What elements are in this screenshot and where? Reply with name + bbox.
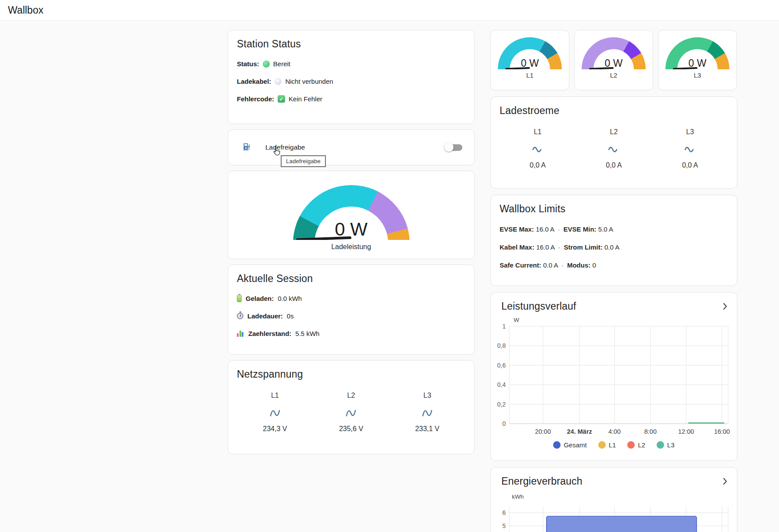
legend-item-l3[interactable]: L3 xyxy=(657,441,675,449)
sine-wave-icon xyxy=(237,407,313,419)
phase-label: L3 xyxy=(389,392,465,400)
cable-value: Nicht verbunden xyxy=(285,78,333,85)
gauge-card-l3: 0 W L3 xyxy=(658,30,737,90)
limit-label: Strom Limit: xyxy=(564,243,602,251)
error-value: Kein Fehler xyxy=(289,95,322,103)
ladefreigabe-card: Ladefreigabe xyxy=(228,129,475,165)
ladeleistung-gauge: 0 W xyxy=(293,185,410,240)
svg-text:4:00: 4:00 xyxy=(608,428,621,435)
gauge-label: L2 xyxy=(610,71,618,79)
ladeleistung-gauge-card: 0 W Ladeleistung xyxy=(228,171,475,259)
status-label: Status: xyxy=(237,60,259,68)
phase-label: L2 xyxy=(576,128,652,136)
limit-value: 0.0 A xyxy=(604,243,619,251)
limit-line: EVSE Max: 16.0 A · EVSE Min: 5.0 A xyxy=(500,225,728,233)
card-title: Energieverbrauch xyxy=(497,475,582,487)
chart-legend: Gesamt L1 L2 L3 xyxy=(497,441,731,449)
phase-value: 235,6 V xyxy=(313,425,390,433)
svg-text:12:00: 12:00 xyxy=(678,428,694,435)
session-value: 0.0 kWh xyxy=(278,295,302,302)
legend-label: L3 xyxy=(667,441,675,449)
session-label: Geladen: xyxy=(246,295,274,302)
card-title: Wallbox Limits xyxy=(500,203,728,215)
phase-label: L1 xyxy=(500,128,576,136)
session-value: 5.5 kWh xyxy=(295,330,319,337)
legend-item-l2[interactable]: L2 xyxy=(627,441,645,449)
card-title: Station Status xyxy=(237,38,465,50)
cursor-hand-icon xyxy=(271,145,282,159)
svg-text:0,6: 0,6 xyxy=(497,362,506,369)
session-value: 0s xyxy=(287,312,294,320)
phase-value: 0,0 A xyxy=(576,161,652,169)
svg-text:0: 0 xyxy=(502,420,506,427)
gauge-label: L1 xyxy=(526,71,534,79)
current-ac-icon xyxy=(500,144,576,155)
card-title: Leistungsverlauf xyxy=(497,300,576,312)
limit-value: 16.0 A xyxy=(536,243,554,251)
page-title: Wallbox xyxy=(8,4,43,16)
svg-text:5: 5 xyxy=(502,522,506,529)
session-card: Aktuelle Session Geladen: 0.0 kWh Ladeda… xyxy=(228,264,475,355)
status-row: Status: Bereit xyxy=(237,60,465,68)
ladefreigabe-toggle[interactable] xyxy=(444,142,465,153)
limit-line: Safe Current: 0.0 A · Modus: 0 xyxy=(500,261,728,269)
legend-label: L2 xyxy=(638,441,645,449)
card-title: Aktuelle Session xyxy=(237,273,465,285)
gauge-label: L3 xyxy=(694,71,701,79)
legend-item-l1[interactable]: L1 xyxy=(598,441,616,449)
gauge-label: Ladeleistung xyxy=(331,243,371,251)
gauge-card-l1: 0 W L1 xyxy=(490,30,569,90)
sine-wave-icon xyxy=(389,407,465,419)
gauge-value: 0 W xyxy=(665,57,729,69)
phase-grid: L1 L2 L3 234,3 V 235,6 V 233,1 V xyxy=(237,392,465,433)
svg-text:16:00: 16:00 xyxy=(714,428,730,435)
check-badge-icon: ✓ xyxy=(278,95,285,103)
error-label: Fehlercode: xyxy=(237,95,274,103)
svg-text:6: 6 xyxy=(502,509,506,516)
gauge-card-l2: 0 W L2 xyxy=(574,30,653,90)
status-dot-green-icon xyxy=(263,61,270,68)
session-row: Geladen: 0.0 kWh xyxy=(237,295,465,302)
l2-gauge: 0 W xyxy=(582,37,646,69)
phase-gauge-row: 0 W L1 0 W L2 0 W L3 xyxy=(490,30,737,90)
svg-text:1: 1 xyxy=(502,323,506,330)
current-ac-icon xyxy=(576,144,652,155)
current-ac-icon xyxy=(652,144,728,155)
netzspannung-card: Netzspannung L1 L2 L3 234,3 V 235,6 V 23… xyxy=(228,360,475,454)
card-title: Ladestroeme xyxy=(500,105,728,117)
limit-label: Kabel Max: xyxy=(500,243,534,251)
svg-text:20:00: 20:00 xyxy=(535,428,551,435)
chart-header: Energieverbrauch xyxy=(497,475,731,487)
chart-header: Leistungsverlauf xyxy=(497,300,731,312)
legend-item-gesamt[interactable]: Gesamt xyxy=(553,441,587,449)
l1-gauge: 0 W xyxy=(498,37,562,69)
limit-label: Modus: xyxy=(567,261,590,269)
limit-value: 0.0 A xyxy=(543,261,557,269)
separator: · xyxy=(560,261,565,269)
session-label: Zaehlerstand: xyxy=(248,330,291,337)
chevron-right-icon[interactable] xyxy=(723,478,727,485)
l3-gauge: 0 W xyxy=(665,37,729,69)
legend-dot xyxy=(627,441,635,449)
phase-value: 0,0 A xyxy=(500,161,576,169)
svg-text:8:00: 8:00 xyxy=(644,428,657,435)
legend-dot xyxy=(598,441,606,449)
phase-value: 233,1 V xyxy=(389,425,465,433)
legend-label: L1 xyxy=(609,441,616,449)
gauge-value: 0 W xyxy=(498,57,562,69)
ladestroeme-card: Ladestroeme L1 L2 L3 0,0 A 0,0 A 0,0 A xyxy=(490,96,737,189)
limit-value: 5.0 A xyxy=(598,225,613,233)
svg-text:24. März: 24. März xyxy=(567,428,592,435)
phase-label: L1 xyxy=(237,392,313,400)
ev-station-icon xyxy=(242,142,251,153)
session-row: Zaehlerstand: 5.5 kWh xyxy=(237,330,465,337)
app-header: Wallbox xyxy=(0,0,779,21)
energieverbrauch-chart: kWh65 xyxy=(497,492,731,532)
ladefreigabe-tooltip: Ladefreigabe xyxy=(281,155,326,167)
limit-label: Safe Current: xyxy=(500,261,541,269)
svg-text:W: W xyxy=(514,317,519,323)
chevron-right-icon[interactable] xyxy=(723,303,727,310)
limit-label: EVSE Min: xyxy=(564,225,597,233)
stopwatch-icon xyxy=(237,313,243,319)
card-title: Netzspannung xyxy=(237,368,465,380)
